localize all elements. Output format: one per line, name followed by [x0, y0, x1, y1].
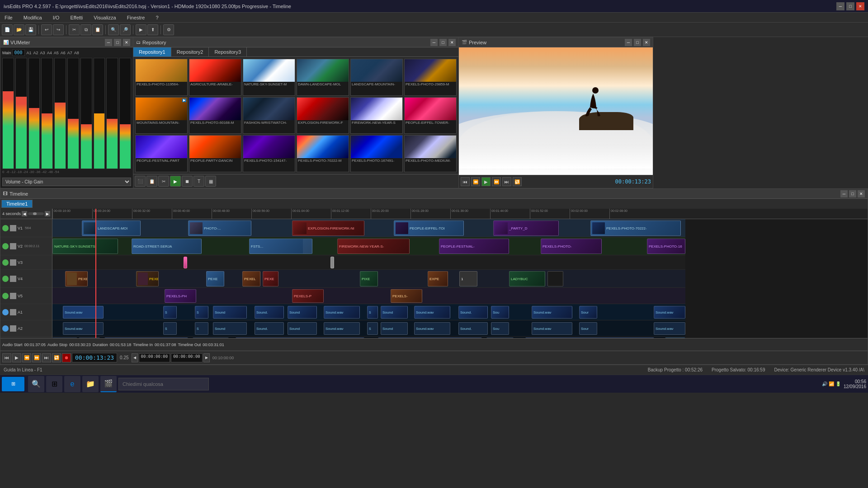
v4-eye-btn[interactable] — [2, 276, 9, 282]
v1-lock-btn[interactable] — [10, 225, 16, 231]
clip-a1-14[interactable]: Sour — [579, 306, 597, 319]
cut-button[interactable]: ✂ — [69, 24, 80, 35]
clip-v1-people-eiffel[interactable]: PEOPLE-EIFFEL-TOI — [394, 221, 464, 236]
repo-close[interactable]: ✕ — [448, 39, 456, 46]
scale-slider[interactable] — [28, 212, 44, 215]
clip-a1-1[interactable]: Sound.wav — [63, 306, 104, 319]
clip-a3-soundwav-1[interactable]: Sound.wav — [52, 338, 77, 338]
loop-in-button[interactable]: ◀ — [132, 353, 138, 362]
redo-button[interactable]: ↪ — [53, 24, 64, 35]
menu-help[interactable]: ? — [153, 14, 161, 21]
clip-v1-fireworks[interactable]: EXPLOSION-FIREWORK-NI — [292, 221, 364, 236]
menu-finestre[interactable]: Finestre — [124, 14, 148, 21]
preview-end-button[interactable]: ⏭ — [502, 177, 511, 186]
clip-v4-4[interactable]: PEXEL — [242, 271, 260, 286]
clip-v4-7[interactable]: EXPE — [428, 271, 448, 286]
repo-item[interactable]: NATURE-SKY-SUNSET-M — [243, 59, 295, 96]
tl-loop-button[interactable]: 🔁 — [52, 353, 61, 362]
undo-button[interactable]: ↩ — [41, 24, 52, 35]
clip-v1-70222[interactable]: PEXELS-PHOTO-70222- — [590, 221, 681, 236]
tl-step-back-button[interactable]: ⏪ — [22, 353, 31, 362]
repo-btn-2[interactable]: 📋 — [146, 176, 157, 187]
clip-v4-1[interactable]: PEXELS — [65, 271, 88, 286]
clip-v4-6[interactable]: PIXE — [360, 271, 378, 286]
repo-item[interactable]: PEOPLE-PARTY-DANCIN — [189, 135, 241, 172]
clip-a1-10[interactable]: Sound.wav — [414, 306, 450, 319]
clip-v2-road[interactable]: ROAD-STREET-SERJA — [132, 239, 202, 254]
v1-eye-btn[interactable] — [2, 225, 9, 231]
minimize-button[interactable]: ─ — [836, 2, 844, 10]
repo-item[interactable]: PEOPLE-EIFFEL-TOWER- — [404, 97, 457, 134]
clip-a2-7[interactable]: Sound.wav — [324, 322, 360, 335]
tl-play-button[interactable]: ▶ — [12, 353, 21, 362]
vumeter-maximize[interactable]: □ — [114, 39, 121, 46]
clip-a1-15[interactable]: Sound.wav — [654, 306, 685, 319]
scale-increase-button[interactable]: ▶ — [45, 211, 50, 216]
v4-lock-btn[interactable] — [10, 276, 16, 282]
clip-a1-7[interactable]: Sound.wav — [324, 306, 360, 319]
clip-a3-soundwav-4[interactable]: Sound.wav — [193, 338, 229, 338]
clip-v5-3[interactable]: PEXELS- — [391, 289, 422, 303]
preview-rewind-button[interactable]: ⏮ — [461, 177, 470, 186]
preview-close[interactable]: ✕ — [643, 39, 650, 46]
repo-btn-5[interactable]: ⏹ — [182, 176, 193, 187]
new-button[interactable]: 📄 — [2, 24, 13, 35]
vumeter-close[interactable]: ✕ — [123, 39, 130, 46]
tl-record-button[interactable]: ⏺ — [62, 353, 71, 362]
repo-tab-3[interactable]: Repository3 — [209, 47, 247, 56]
repo-item[interactable]: FASHION-WRISTWATCH- — [243, 97, 295, 134]
clip-v4-10[interactable] — [547, 271, 563, 286]
clip-v2-festival[interactable]: PEOPLE-FESTIVAL- — [439, 239, 509, 254]
repo-item[interactable]: PEXELS-PHOTO-60168-M — [189, 97, 241, 134]
clip-v2-nature[interactable]: NATURE-SKY-SUNSETS — [52, 239, 118, 254]
repo-item[interactable]: LANDSCAPE-MOUNTAIN- — [350, 59, 403, 96]
repo-tab-1[interactable]: Repository1 — [133, 47, 171, 56]
clip-a2-10[interactable]: Sound.wav — [414, 322, 450, 335]
menu-io[interactable]: I/O — [50, 14, 62, 21]
clip-v2-photo3[interactable]: FSTS... — [249, 239, 312, 254]
repo-item[interactable]: PEXELS-PHOTO-167491- — [350, 135, 403, 172]
clip-a2-1[interactable]: Sound.wav — [63, 322, 104, 335]
preview-maximize[interactable]: □ — [634, 39, 641, 46]
clip-a1-12[interactable]: Sou — [491, 306, 509, 319]
clip-a1-4[interactable]: Sound — [213, 306, 247, 319]
clip-v1-party[interactable]: _PARTY_D — [493, 221, 559, 236]
zoom-out-button[interactable]: 🔎 — [120, 24, 131, 35]
close-button[interactable]: ✕ — [856, 2, 864, 10]
repo-item[interactable]: DAWN-LANDSCAPE-MOL — [297, 59, 349, 96]
clip-a1-9[interactable]: Sound — [381, 306, 408, 319]
clip-v1-photo2[interactable]: PHOTO-... — [188, 221, 251, 236]
clip-a2-9[interactable]: Sound — [381, 322, 408, 335]
repo-item[interactable]: AGRICULTURE-ARABLE- — [189, 59, 241, 96]
maximize-button[interactable]: □ — [846, 2, 854, 10]
repo-item[interactable]: PEOPLE-FESTIVAL-PART — [135, 135, 188, 172]
clip-a2-2[interactable]: S — [163, 322, 177, 335]
repo-btn-4[interactable]: ▶ — [170, 176, 181, 187]
repo-btn-6[interactable]: T — [193, 176, 204, 187]
clip-a1-8[interactable]: S — [367, 306, 378, 319]
scale-decrease-button[interactable]: ◀ — [22, 211, 27, 216]
v2-eye-btn[interactable] — [2, 243, 9, 249]
a2-eye-btn[interactable] — [2, 325, 9, 332]
repo-minimize[interactable]: ─ — [430, 39, 438, 46]
repo-item[interactable]: PEXELS-PHOTO-29859-M — [404, 59, 457, 96]
clip-a1-11[interactable]: Sound. — [458, 306, 488, 319]
clip-v5-2[interactable]: PEXELS-P — [292, 289, 324, 303]
timeline-close[interactable]: ✕ — [858, 190, 865, 197]
clip-a2-15[interactable]: Sound.wav — [654, 322, 685, 335]
clip-v1-landscape[interactable]: LANDSCAPE-MOI — [82, 221, 141, 236]
clip-a3-soundwav-6[interactable]: Sound.wav — [378, 338, 482, 338]
timeline-tab-1[interactable]: Timeline1 — [1, 200, 33, 208]
tl-step-fwd-button[interactable]: ⏩ — [32, 353, 41, 362]
a1-eye-btn[interactable] — [2, 309, 9, 315]
preview-loop-button[interactable]: 🔁 — [513, 177, 522, 186]
clip-a3-soundwav-2[interactable]: Sound.w — [79, 338, 100, 338]
taskbar-search-app[interactable]: 🔍 — [28, 376, 44, 392]
taskbar-folder[interactable]: 📁 — [82, 376, 99, 392]
zoom-in-button[interactable]: 🔍 — [108, 24, 119, 35]
repo-btn-3[interactable]: ✂ — [158, 176, 169, 187]
clip-v5-1[interactable]: PEXELS-PH — [165, 289, 196, 303]
clip-a2-4[interactable]: Sound — [213, 322, 247, 335]
clip-a2-3[interactable]: S — [195, 322, 208, 335]
repo-btn-7[interactable]: ▦ — [205, 176, 216, 187]
